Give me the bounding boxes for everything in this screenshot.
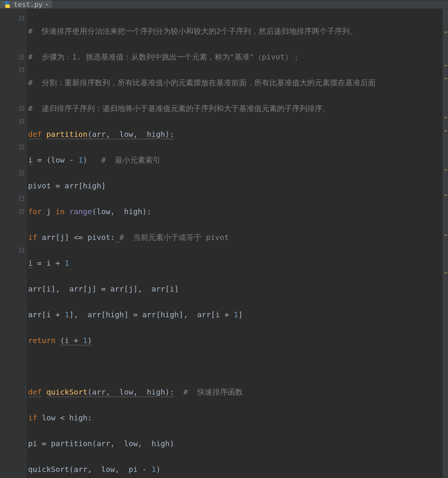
tab-filename: test.py: [14, 0, 42, 8]
close-tab-icon[interactable]: ×: [46, 2, 49, 8]
comment-line: # 步骤为：1. 挑选基准值：从数列中挑出一个元素，称为"基准"（pivot）；: [28, 50, 300, 63]
fold-icon[interactable]: −: [19, 16, 24, 20]
fold-icon[interactable]: −: [19, 55, 24, 59]
comment-line: # 快速排序使用分治法来把一个序列分为较小和较大的2个子序列，然后递归地排序两个…: [28, 25, 357, 38]
fold-icon[interactable]: −: [19, 209, 24, 214]
python-file-icon: [4, 1, 11, 8]
fold-icon[interactable]: −: [19, 106, 24, 111]
comment-line: # 递归排序子序列：递归地将小于基准值元素的子序列和大于基准值元素的子序列排序。: [28, 102, 330, 115]
code-area[interactable]: # 快速排序使用分治法来把一个序列分为较小和较大的2个子序列，然后递归地排序两个…: [27, 9, 448, 478]
fold-icon[interactable]: −: [19, 248, 24, 252]
editor-tab-testpy[interactable]: test.py ×: [0, 0, 53, 8]
gutter: − − − − − − − − − −: [0, 9, 27, 478]
fold-icon[interactable]: −: [19, 171, 24, 175]
editor-scrollbar[interactable]: [443, 9, 448, 478]
code-editor[interactable]: − − − − − − − − − − # 快速排序使用分治法来把一个序列分为较…: [0, 9, 448, 478]
fold-icon[interactable]: −: [19, 145, 24, 149]
fold-icon[interactable]: −: [19, 196, 24, 201]
fold-icon[interactable]: −: [19, 67, 24, 72]
editor-tab-bar: test.py ×: [0, 0, 448, 9]
fold-icon[interactable]: −: [19, 119, 24, 124]
comment-line: # 分割：重新排序数列，所有比基准值小的元素摆放在基准前面，所有比基准值大的元素…: [28, 76, 376, 89]
